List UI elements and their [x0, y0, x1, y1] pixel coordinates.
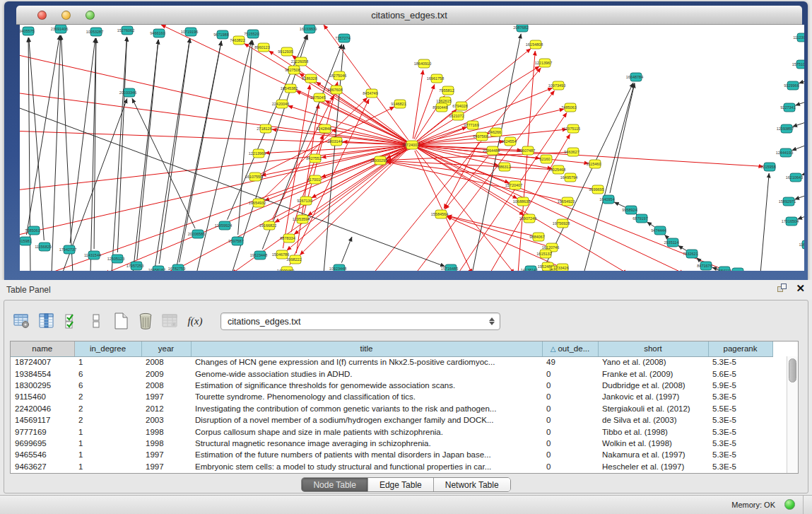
- table-cell[interactable]: 9465546: [11, 449, 74, 460]
- table-cell[interactable]: 1997: [141, 391, 191, 402]
- table-row[interactable]: 1456911722003Disruption of a novel membe…: [11, 414, 772, 426]
- table-cell[interactable]: 49: [542, 356, 598, 368]
- table-cell[interactable]: 5.3E-5: [708, 391, 772, 402]
- new-column-icon[interactable]: [112, 312, 130, 330]
- graph-node[interactable]: 8215958: [760, 163, 775, 171]
- graph-node[interactable]: 9699695: [589, 185, 604, 194]
- table-cell[interactable]: 5.6E-5: [708, 368, 772, 379]
- graph-node[interactable]: 16648784: [626, 73, 643, 81]
- table-cell[interactable]: Tibbo et al. (1998): [598, 426, 708, 437]
- graph-node[interactable]: 12505123: [107, 255, 124, 263]
- table-cell[interactable]: 5.3E-5: [708, 449, 772, 460]
- graph-node[interactable]: 10688639: [513, 197, 530, 206]
- scrollbar-thumb[interactable]: [789, 358, 796, 382]
- table-cell[interactable]: 6: [74, 380, 141, 391]
- graph-node[interactable]: 2087682: [513, 25, 528, 32]
- graph-node[interactable]: 9115460: [586, 160, 601, 168]
- column-header-pagerank[interactable]: pagerank: [708, 341, 772, 356]
- graph-node[interactable]: 19166822: [259, 221, 276, 230]
- graph-node[interactable]: 746266: [488, 128, 502, 136]
- graph-node[interactable]: 17016504: [782, 217, 799, 226]
- column-header-out_de[interactable]: △out_de...: [542, 341, 598, 356]
- table-cell[interactable]: Estimation of the future numbers of pati…: [191, 449, 542, 460]
- table-cell[interactable]: 1: [74, 461, 141, 472]
- graph-node[interactable]: 19523448: [250, 251, 267, 259]
- table-cell[interactable]: Dudbridge et al. (2008): [598, 380, 708, 391]
- graph-node[interactable]: 7632621: [683, 250, 698, 258]
- graph-node[interactable]: 7515520: [244, 30, 259, 38]
- graph-node[interactable]: 12444193: [776, 148, 793, 157]
- graph-node[interactable]: 17942737: [59, 245, 76, 254]
- graph-node[interactable]: 1640954: [599, 195, 614, 204]
- graph-node[interactable]: 18640910: [414, 59, 431, 68]
- graph-node[interactable]: 2803144: [327, 137, 342, 146]
- graph-node[interactable]: 9329966: [784, 81, 799, 90]
- table-cell[interactable]: Franke et al. (2009): [598, 368, 708, 379]
- graph-node[interactable]: 9827508: [285, 66, 300, 74]
- graph-node[interactable]: 15716485: [441, 264, 458, 271]
- graph-node[interactable]: 9777169: [464, 121, 478, 129]
- graph-node[interactable]: 16033809: [300, 25, 317, 33]
- column-header-short[interactable]: short: [598, 341, 708, 356]
- column-header-in_degree[interactable]: in_degree: [74, 341, 141, 356]
- table-cell[interactable]: Genome-wide association studies in ADHD.: [191, 368, 542, 379]
- table-cell[interactable]: 9777169: [11, 426, 74, 437]
- graph-node[interactable]: 12359924: [215, 221, 232, 230]
- table-cell[interactable]: 2009: [141, 368, 191, 379]
- graph-node[interactable]: 10923448: [329, 264, 346, 271]
- graph-node[interactable]: 9466160: [150, 29, 165, 37]
- graph-node[interactable]: 9146821: [391, 100, 406, 108]
- graph-node[interactable]: 12213969: [249, 149, 266, 158]
- graph-node[interactable]: 10053287: [86, 28, 103, 36]
- table-cell[interactable]: 0: [542, 461, 598, 472]
- table-cell[interactable]: Disruption of a novel member of a sodium…: [191, 414, 542, 426]
- table-cell[interactable]: 5.9E-5: [708, 380, 772, 391]
- table-cell[interactable]: 1: [74, 449, 141, 460]
- graph-node[interactable]: 9397587: [228, 237, 243, 245]
- graph-node[interactable]: 16107554: [245, 173, 262, 181]
- table-cell[interactable]: 2008: [141, 356, 191, 368]
- tab-network-table[interactable]: Network Table: [434, 478, 510, 491]
- graph-node[interactable]: 14138141: [521, 266, 538, 271]
- table-cell[interactable]: 0: [542, 426, 598, 437]
- table-row[interactable]: 911546021997Tourette syndrome. Phenomeno…: [11, 391, 772, 402]
- graph-node[interactable]: 12213967: [535, 59, 552, 67]
- graph-node[interactable]: 19654932: [249, 199, 266, 207]
- table-cell[interactable]: 5.5E-5: [708, 403, 772, 414]
- graph-node[interactable]: 8878334: [280, 234, 295, 243]
- tab-node-table[interactable]: Node Table: [302, 478, 368, 491]
- graph-node[interactable]: 14099469: [277, 267, 294, 271]
- table-cell[interactable]: 0: [542, 414, 598, 426]
- graph-node[interactable]: 16154808: [526, 40, 543, 49]
- graph-node[interactable]: 9227341: [780, 103, 795, 112]
- table-cell[interactable]: 1998: [141, 438, 191, 449]
- graph-node[interactable]: 15276062: [117, 26, 134, 35]
- table-cell[interactable]: Jankovic et al. (1997): [598, 391, 708, 402]
- graph-node[interactable]: 7955812: [439, 86, 454, 95]
- graph-node[interactable]: 7357274: [335, 34, 350, 42]
- table-cell[interactable]: Yano et al. (2008): [598, 356, 708, 368]
- network-canvas[interactable]: 1872400774638228960123991293523226058982…: [20, 25, 804, 271]
- table-cell[interactable]: Embryonic stem cells: a model to study s…: [191, 461, 542, 472]
- table-cell[interactable]: 9463627: [11, 461, 74, 472]
- graph-node[interactable]: 22420046: [272, 100, 289, 108]
- table-mode-icon[interactable]: [13, 312, 31, 330]
- graph-node[interactable]: 9884067: [529, 233, 544, 241]
- table-cell[interactable]: 18724007: [11, 356, 74, 368]
- table-cell[interactable]: Hescheler et al. (1997): [598, 461, 708, 472]
- graph-node[interactable]: 2935114: [664, 238, 678, 247]
- graph-node[interactable]: 6497568: [473, 132, 488, 141]
- table-cell[interactable]: Investigating the contribution of common…: [191, 403, 542, 414]
- graph-node[interactable]: 10719196: [181, 28, 198, 36]
- table-row[interactable]: 1938455462009Genome-wide association stu…: [11, 368, 772, 379]
- graph-node[interactable]: 23226058: [291, 57, 308, 66]
- table-cell[interactable]: 19384554: [11, 368, 74, 379]
- graph-node[interactable]: 16210643: [786, 173, 803, 182]
- table-cell[interactable]: 2: [74, 414, 141, 426]
- graph-node[interactable]: 19756928: [553, 219, 570, 228]
- graph-node[interactable]: 8454749: [363, 89, 377, 98]
- graph-node[interactable]: 8960123: [254, 43, 269, 52]
- graph-node[interactable]: 18275046: [329, 71, 346, 80]
- column-visibility-icon[interactable]: [37, 312, 56, 330]
- table-cell[interactable]: Tourette syndrome. Phenomenology and cla…: [191, 391, 542, 402]
